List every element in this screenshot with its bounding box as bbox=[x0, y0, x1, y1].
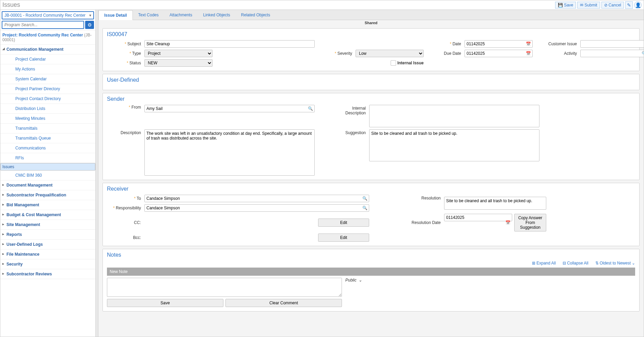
note-textarea[interactable] bbox=[107, 278, 342, 297]
bcc-edit-button[interactable]: Edit bbox=[318, 234, 369, 242]
tree-section[interactable]: File Maintenance bbox=[0, 250, 95, 259]
sender-title: Sender bbox=[107, 96, 635, 102]
internal-desc-textarea[interactable] bbox=[369, 105, 539, 127]
tree-item[interactable]: Project Partner Directory bbox=[0, 84, 95, 94]
subject-input[interactable] bbox=[144, 40, 315, 48]
cancel-icon: ⊘ bbox=[604, 3, 608, 7]
user-icon[interactable]: 👤 bbox=[634, 1, 642, 9]
sort-link[interactable]: ⇅Oldest to Newest ⌄ bbox=[595, 261, 635, 266]
notes-panel: Notes ⊞Expand All ⊟Collapse All ⇅Oldest … bbox=[103, 249, 640, 311]
save-icon: 💾 bbox=[558, 3, 563, 7]
severity-select[interactable]: Low bbox=[356, 50, 424, 57]
description-textarea[interactable]: The work site was left in an unsatisfact… bbox=[144, 129, 315, 176]
tree-item[interactable]: Project Contact Directory bbox=[0, 94, 95, 104]
submit-button[interactable]: ✉Submit bbox=[577, 2, 600, 9]
page-title: Issues bbox=[2, 1, 20, 9]
calendar-icon[interactable]: 📅 bbox=[505, 220, 511, 225]
tree-section[interactable]: Communication Management bbox=[0, 45, 95, 54]
collapse-all-link[interactable]: ⊟Collapse All bbox=[563, 261, 588, 266]
date-input[interactable] bbox=[465, 40, 533, 48]
titlebar: Issues 💾Save ✉Submit ⊘Cancel ✎ 👤 bbox=[0, 0, 644, 10]
tree-section[interactable]: Security bbox=[0, 259, 95, 269]
tree-item[interactable]: Project Calendar bbox=[0, 54, 95, 64]
tab[interactable]: Linked Objects bbox=[198, 10, 235, 20]
cc-edit-button[interactable]: Edit bbox=[318, 219, 369, 227]
activity-label: Activity bbox=[536, 51, 577, 56]
splitter[interactable] bbox=[96, 10, 98, 337]
tree-item[interactable]: CMiC BIM 360 bbox=[0, 171, 95, 180]
resolution-textarea[interactable]: Site to be cleaned and all trash to be p… bbox=[444, 197, 546, 210]
sort-icon: ⇅ bbox=[595, 261, 599, 266]
internal-issue-checkbox[interactable] bbox=[391, 60, 396, 66]
to-input[interactable] bbox=[144, 195, 369, 202]
cancel-button[interactable]: ⊘Cancel bbox=[601, 2, 624, 9]
tab[interactable]: Attachments bbox=[164, 10, 198, 20]
tree-item[interactable]: Transmittals bbox=[0, 124, 95, 133]
status-select[interactable]: NEW bbox=[144, 59, 213, 67]
tree-item[interactable]: Issues bbox=[0, 163, 95, 171]
type-select[interactable]: Project bbox=[144, 50, 213, 57]
tree-section[interactable]: Reports bbox=[0, 230, 95, 240]
tree-item[interactable]: Communications bbox=[0, 143, 95, 153]
status-label: Status bbox=[107, 61, 141, 65]
project-header[interactable]: Project: Rockford Community Rec Center (… bbox=[0, 31, 95, 45]
sender-panel: Sender From 🔍 InternalDescription Descri… bbox=[103, 93, 640, 180]
suggestion-label: Suggestion bbox=[318, 129, 366, 135]
to-label: To bbox=[107, 196, 141, 201]
tree-section[interactable]: Document Management bbox=[0, 180, 95, 190]
calendar-icon[interactable]: 📅 bbox=[526, 51, 531, 56]
suggestion-textarea[interactable]: Site to be cleaned and all trash to be p… bbox=[369, 129, 539, 161]
tab[interactable]: Issue Detail bbox=[98, 10, 133, 20]
user-defined-panel: User-Defined bbox=[103, 74, 640, 90]
tab[interactable]: Text Codes bbox=[133, 10, 164, 20]
expand-all-link[interactable]: ⊞Expand All bbox=[532, 261, 556, 266]
res-date-label: Resolution Date bbox=[373, 220, 441, 225]
tree-item[interactable]: System Calendar bbox=[0, 74, 95, 84]
calendar-icon[interactable]: 📅 bbox=[526, 42, 531, 46]
shared-label: Shared bbox=[365, 21, 377, 25]
description-label: Description bbox=[107, 129, 141, 135]
tree-section[interactable]: Budget & Cost Management bbox=[0, 210, 95, 220]
from-label: From bbox=[107, 105, 141, 110]
tree-section[interactable]: Subcontractor Reviews bbox=[0, 269, 95, 279]
project-select[interactable]: JB-00001 - Rockford Community Rec Center bbox=[2, 11, 94, 19]
tree-item[interactable]: Meeting Minutes bbox=[0, 114, 95, 124]
receiver-title: Receiver bbox=[107, 186, 635, 192]
minus-icon: ⊟ bbox=[563, 261, 566, 266]
tab[interactable]: Related Objects bbox=[236, 10, 276, 20]
tree-item[interactable]: My Actions bbox=[0, 64, 95, 74]
due-date-input[interactable] bbox=[465, 50, 533, 57]
responsibility-input[interactable] bbox=[144, 204, 369, 212]
resolution-label: Resolution bbox=[373, 195, 441, 200]
tree-section[interactable]: Subcontractor Prequalification bbox=[0, 190, 95, 200]
edit-icon[interactable]: ✎ bbox=[625, 1, 633, 9]
tree-section[interactable]: Bid Management bbox=[0, 200, 95, 210]
copy-answer-button[interactable]: Copy Answer From Suggestion bbox=[514, 214, 546, 231]
issue-id: IS00047 bbox=[107, 31, 635, 37]
res-date-input[interactable] bbox=[444, 214, 512, 221]
save-button[interactable]: 💾Save bbox=[555, 2, 576, 9]
internal-desc-label: InternalDescription bbox=[318, 105, 366, 115]
tree-item[interactable]: Transmittals Queue bbox=[0, 133, 95, 143]
due-date-label: Due Date bbox=[427, 51, 461, 56]
responsibility-label: Responsibility bbox=[107, 206, 141, 210]
submit-icon: ✉ bbox=[580, 3, 583, 7]
chevron-down-icon: ⌄ bbox=[632, 261, 635, 266]
tree-item[interactable]: RFIs bbox=[0, 153, 95, 163]
activity-input[interactable] bbox=[580, 50, 644, 57]
user-defined-title: User-Defined bbox=[107, 77, 635, 83]
new-note-header: New Note bbox=[107, 268, 635, 276]
note-save-button[interactable]: Save bbox=[107, 299, 223, 307]
date-label: Date bbox=[427, 42, 461, 46]
tree-item[interactable]: Distribution Lists bbox=[0, 104, 95, 114]
gear-icon[interactable]: ⚙ bbox=[85, 21, 94, 29]
tree-section[interactable]: User-Defined Logs bbox=[0, 240, 95, 250]
from-input[interactable] bbox=[144, 105, 315, 112]
note-visibility-select[interactable]: Public ⌄ bbox=[345, 278, 362, 283]
sidebar: JB-00001 - Rockford Community Rec Center… bbox=[0, 10, 96, 337]
customer-issue-input[interactable] bbox=[580, 40, 644, 48]
tree-section[interactable]: Site Management bbox=[0, 220, 95, 230]
plus-icon: ⊞ bbox=[532, 261, 535, 266]
program-search-input[interactable] bbox=[2, 21, 84, 29]
note-clear-button[interactable]: Clear Comment bbox=[225, 299, 342, 307]
